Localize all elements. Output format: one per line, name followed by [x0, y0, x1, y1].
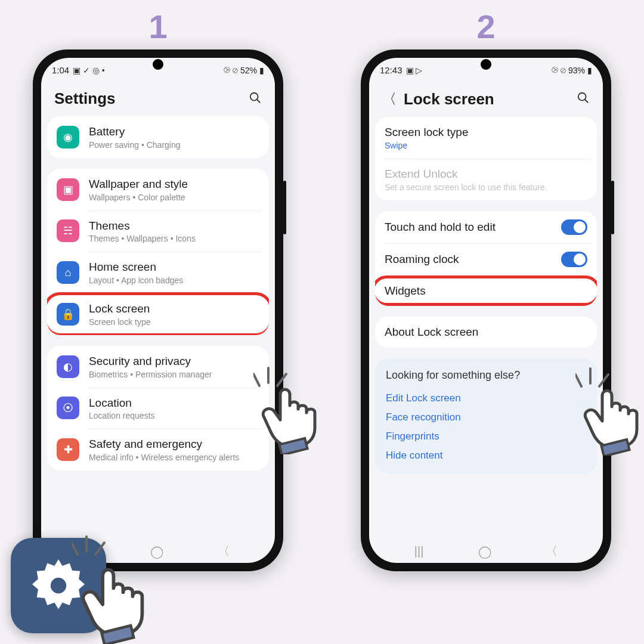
camera-hole	[153, 59, 163, 70]
home-icon: ⌂	[57, 261, 79, 284]
row-subtitle: Themes • Wallpapers • Icons	[89, 234, 259, 243]
phone-frame-1: 1:04 ▣ ✓ ◎ • ⧁ ⊘ 52% ▮ Settings	[33, 49, 283, 571]
settings-group: Screen lock typeSwipeExtend UnlockSet a …	[375, 117, 597, 200]
battery-icon: ◉	[57, 126, 79, 148]
settings-header: Settings	[41, 79, 275, 116]
status-network-icons: ⧁ ⊘	[224, 65, 238, 75]
page-title: Lock screen	[404, 90, 494, 109]
phone-frame-2: 12:43 ▣ ▷ ⧁ ⊘ 93% ▮ 〈 Lock screen	[361, 49, 611, 571]
svg-line-7	[585, 100, 589, 103]
suggestion-link[interactable]: Edit Lock screen	[386, 389, 586, 408]
row-subtitle: Location requests	[89, 411, 259, 420]
row-subtitle: Wallpapers • Color palette	[89, 193, 259, 202]
nav-back[interactable]: 〈	[546, 543, 558, 559]
row-title: Location	[89, 396, 259, 410]
lockscreen-list: Screen lock typeSwipeExtend UnlockSet a …	[369, 117, 603, 537]
back-button[interactable]: 〈	[382, 89, 397, 109]
svg-line-14	[72, 543, 78, 555]
svg-line-10	[599, 374, 608, 386]
status-notification-icons: ▣ ✓ ◎ •	[73, 66, 105, 75]
settings-row-themes[interactable]: ☵ThemesThemes • Wallpapers • Icons	[47, 210, 269, 252]
settings-row-home-screen[interactable]: ⌂Home screenLayout • App icon badges	[47, 252, 269, 293]
phone-screen-2: 12:43 ▣ ▷ ⧁ ⊘ 93% ▮ 〈 Lock screen	[369, 58, 603, 563]
settings-row-about-lock-screen[interactable]: About Lock screen	[375, 317, 597, 348]
settings-row-security-and-privacy[interactable]: ◐Security and privacyBiometrics • Permis…	[47, 346, 269, 388]
settings-row-wallpaper-and-style[interactable]: ▣Wallpaper and styleWallpapers • Color p…	[47, 169, 269, 210]
row-title: Home screen	[89, 260, 259, 274]
search-icon[interactable]	[577, 91, 590, 107]
settings-row-touch-and-hold-to-edit[interactable]: Touch and hold to edit	[375, 211, 597, 243]
settings-group: ◉BatteryPower saving • Charging	[47, 116, 269, 158]
search-icon[interactable]	[249, 91, 262, 107]
wallpaper-icon: ▣	[57, 178, 79, 201]
row-subtitle: Medical info • Wireless emergency alerts	[89, 453, 259, 462]
row-title: Wallpaper and style	[89, 177, 259, 191]
themes-icon: ☵	[57, 219, 79, 242]
row-subtitle: Screen lock type	[89, 317, 259, 327]
settings-row-safety-and-emergency[interactable]: ✚Safety and emergencyMedical info • Wire…	[47, 429, 269, 470]
row-title: Roaming clock	[385, 252, 552, 267]
lockscreen-header: 〈 Lock screen	[369, 79, 603, 117]
shield-icon: ◐	[57, 355, 79, 378]
settings-group: Touch and hold to editRoaming clockWidge…	[375, 211, 597, 306]
svg-rect-17	[101, 626, 134, 644]
status-battery: 52%	[240, 66, 257, 75]
row-title: Themes	[89, 219, 259, 233]
svg-line-4	[277, 374, 286, 386]
row-subtitle: Power saving • Charging	[89, 140, 259, 150]
toggle-switch[interactable]	[561, 219, 587, 235]
row-title: Screen lock type	[385, 125, 587, 140]
suggestion-title: Looking for something else?	[386, 369, 586, 382]
step-number-1: 1	[148, 7, 167, 46]
suggestion-link[interactable]: Hide content	[386, 446, 586, 465]
battery-icon: ▮	[259, 66, 264, 75]
settings-row-battery[interactable]: ◉BatteryPower saving • Charging	[47, 116, 269, 158]
status-notification-icons: ▣ ▷	[406, 66, 423, 75]
row-subtitle: Layout • App icon badges	[89, 275, 259, 285]
settings-list: ◉BatteryPower saving • Charging▣Wallpape…	[41, 116, 275, 537]
row-subtitle: Swipe	[385, 141, 587, 150]
settings-row-screen-lock-type[interactable]: Screen lock typeSwipe	[375, 117, 597, 159]
row-title: Battery	[89, 125, 259, 139]
settings-row-lock-screen[interactable]: 🔒Lock screenScreen lock type	[47, 293, 269, 335]
nav-home[interactable]: ◯	[150, 544, 163, 559]
step-1: 1 1:04 ▣ ✓ ◎ • ⧁ ⊘ 52% ▮ Se	[33, 7, 283, 571]
row-title: Safety and emergency	[89, 437, 259, 451]
svg-line-1	[257, 99, 261, 103]
status-network-icons: ⧁ ⊘	[552, 65, 566, 75]
row-title: Touch and hold to edit	[385, 220, 552, 234]
emergency-icon: ✚	[57, 438, 79, 461]
row-title: Lock screen	[89, 302, 259, 316]
suggestion-link[interactable]: Face recognition	[386, 408, 586, 427]
settings-row-roaming-clock[interactable]: Roaming clock	[375, 243, 597, 275]
svg-rect-5	[279, 438, 307, 454]
settings-group: About Lock screen	[375, 317, 597, 348]
lock-icon: 🔒	[57, 303, 79, 326]
nav-home[interactable]: ◯	[478, 544, 491, 559]
android-nav-bar: ||| ◯ 〈	[369, 537, 603, 563]
settings-row-extend-unlock: Extend UnlockSet a secure screen lock to…	[375, 159, 597, 200]
settings-row-widgets[interactable]: Widgets	[375, 275, 597, 306]
status-time: 1:04	[52, 65, 69, 75]
tap-indicator	[72, 531, 113, 561]
settings-group: ◐Security and privacyBiometrics • Permis…	[47, 346, 269, 470]
svg-point-6	[578, 93, 586, 101]
row-title: Extend Unlock	[385, 167, 587, 181]
status-time: 12:43	[380, 65, 402, 75]
nav-recents[interactable]: |||	[414, 544, 424, 558]
location-icon: ⦿	[57, 397, 79, 419]
svg-line-8	[575, 374, 581, 386]
suggestion-link[interactable]: Fingerprints	[386, 427, 586, 446]
row-subtitle: Biometrics • Permission manager	[89, 370, 259, 379]
step-number-2: 2	[476, 7, 495, 46]
toggle-switch[interactable]	[561, 252, 587, 267]
svg-point-0	[250, 92, 258, 100]
row-title: About Lock screen	[385, 325, 587, 339]
step-2: 2 12:43 ▣ ▷ ⧁ ⊘ 93% ▮ 〈	[361, 7, 611, 571]
status-battery: 93%	[568, 66, 585, 75]
nav-back[interactable]: 〈	[218, 543, 230, 559]
settings-group: ▣Wallpaper and styleWallpapers • Color p…	[47, 169, 269, 335]
row-title: Security and privacy	[89, 354, 259, 369]
settings-row-location[interactable]: ⦿LocationLocation requests	[47, 388, 269, 429]
svg-line-2	[253, 374, 259, 386]
